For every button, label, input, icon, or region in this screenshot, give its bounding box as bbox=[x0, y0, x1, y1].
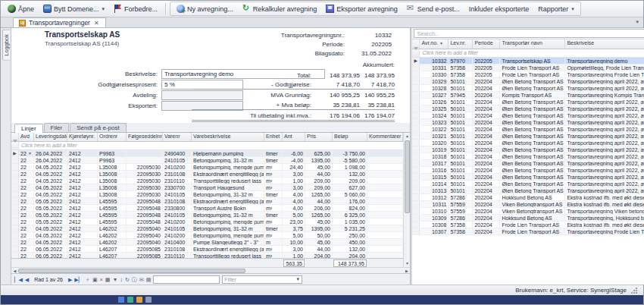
table-row[interactable]: 1032250101202204Øien Betong Transport AS… bbox=[412, 126, 644, 133]
toolbar-button-rapporter[interactable]: Rapporter▾ bbox=[534, 2, 578, 15]
tab-transportavregninger[interactable]: Transportavregninger ✕ bbox=[13, 17, 106, 27]
save-button[interactable]: ▣ bbox=[92, 275, 98, 285]
toolbar-button-inkluder-eksporterte[interactable]: Inkluder eksporterte bbox=[465, 2, 533, 15]
tab-linjer[interactable]: Linjer bbox=[14, 124, 43, 133]
column-header-lev-nr[interactable]: Lev.nr. bbox=[449, 39, 473, 49]
table-row[interactable]: 2204.05.20222412L46202220950402410400Pum… bbox=[11, 239, 403, 246]
table-row[interactable]: 2205.05.20222412L45595220950482410200Bet… bbox=[11, 219, 403, 225]
table-row[interactable]: 1031950101202204Øien Betong Transport AS… bbox=[412, 146, 644, 153]
table-row[interactable]: 1031157559202204Viken Betongtransport AS… bbox=[412, 201, 644, 208]
table-row[interactable]: 1032550101202204Øien Betong Transport AS… bbox=[412, 105, 644, 112]
table-row[interactable]: 2205.05.20222412L45595220950482310108Eks… bbox=[11, 198, 403, 205]
table-row[interactable]: ▶1033257970202205Transportselskap ASTran… bbox=[412, 58, 644, 64]
taskbar-app-icon[interactable] bbox=[118, 297, 124, 303]
column-header-enhet[interactable]: Enhet bbox=[264, 133, 283, 141]
table-row[interactable]: 1032757945202204Kompis Transport ASTrans… bbox=[412, 92, 644, 99]
table-row[interactable]: 1031450101202204Øien Betong Transport AS… bbox=[412, 181, 644, 187]
column-header-ordrenr[interactable]: Ordrenr bbox=[98, 133, 127, 141]
sort-icon[interactable]: ↕ bbox=[120, 275, 123, 285]
table-row[interactable]: 1032450101202204Øien Betong Transport AS… bbox=[412, 112, 644, 119]
taskbar-app-icon[interactable] bbox=[145, 297, 152, 303]
table-row[interactable]: 2204.05.20222412L46202220950402410200Bet… bbox=[11, 232, 403, 239]
close-tab-icon[interactable]: ✕ bbox=[93, 20, 100, 27]
table-row[interactable]: 2226.04.20222412P99632410105Betongpumpin… bbox=[11, 157, 403, 164]
taskbar-app-icon[interactable] bbox=[127, 297, 133, 303]
table-row[interactable]: 1033157358202205Frode Lien Transport ASO… bbox=[412, 64, 644, 71]
append-row-button[interactable]: ＋ bbox=[85, 275, 90, 285]
column-header-periode[interactable]: Periode bbox=[473, 39, 500, 49]
first-row-button[interactable]: ▏◀ bbox=[14, 275, 23, 285]
scrollbar-thumb[interactable] bbox=[405, 140, 410, 213]
column-header-avd[interactable]: Avd bbox=[19, 133, 34, 141]
toolbar-button-bytt-domene[interactable]: Bytt Domene...▾ bbox=[39, 2, 108, 15]
filter-hint-text[interactable]: Click here to add a filter bbox=[420, 49, 480, 57]
cell-dropdown-icon[interactable]: ▼ bbox=[28, 150, 32, 156]
column-header-ant[interactable]: Ant bbox=[283, 133, 305, 141]
table-row[interactable]: 2204.05.20222412L35008220950302310110Tra… bbox=[11, 178, 403, 184]
last-row-button[interactable]: ▶▏ bbox=[74, 275, 83, 285]
filter-combobox[interactable]: Filter ▼ bbox=[222, 275, 302, 284]
lines-vertical-scrollbar[interactable]: ▲ ▼ bbox=[403, 133, 410, 267]
scroll-left-icon[interactable]: ◀ bbox=[11, 269, 18, 273]
column-header-varebeskrivelse[interactable]: Varebeskrivelse bbox=[192, 133, 264, 141]
info-icon[interactable]: ⓘ bbox=[132, 275, 137, 285]
table-row[interactable]: 2206.05.20222412L46207220950852310110Tra… bbox=[11, 253, 403, 258]
scroll-down-icon[interactable]: ▼ bbox=[405, 260, 409, 267]
toolbar-button-eksporter-avregning[interactable]: Eksporter avregning bbox=[322, 2, 402, 15]
sidebar-tab-loggbok[interactable]: Loggbok bbox=[2, 30, 10, 61]
scroll-up-icon[interactable]: ▲ bbox=[405, 133, 409, 140]
scrollbar-thumb[interactable] bbox=[18, 269, 245, 273]
taskbar-app-icon[interactable] bbox=[136, 297, 142, 303]
export-grid-button[interactable]: ▦ bbox=[105, 275, 111, 285]
toolbar-button-rekalkuler-avregning[interactable]: Rekalkuler avregning bbox=[239, 2, 321, 15]
table-row[interactable]: 1031257286202204Hokksund Betong ASEkstra… bbox=[412, 194, 644, 201]
table-row[interactable]: 1032650101202204Øien Betong Transport AS… bbox=[412, 99, 644, 105]
table-row[interactable]: 2204.05.20222412L35008220950302330700Tra… bbox=[11, 184, 403, 191]
layout-icon[interactable]: ▤ bbox=[146, 275, 152, 285]
column-header-pris[interactable]: Pris bbox=[305, 133, 333, 141]
table-row[interactable]: 1031550101202204Øien Betong Transport AS… bbox=[412, 174, 644, 181]
mail-grid-icon[interactable]: ✉ bbox=[139, 275, 144, 285]
table-row[interactable]: 1030757358202204Frode Lien Transport AST… bbox=[412, 228, 644, 235]
table-row[interactable]: 1030957286202204Hokksund Betong ASTransp… bbox=[412, 215, 644, 222]
tab-sendt-p-e-post[interactable]: Sendt på e-post bbox=[70, 123, 126, 132]
toolbar-button-ny-avregning[interactable]: Ny avregning... bbox=[173, 2, 237, 15]
table-row[interactable]: 2204.05.20222412L35008220950302410105Bet… bbox=[11, 191, 403, 198]
table-row[interactable]: 1031350101202204Øien Betong Transport AS… bbox=[412, 187, 644, 194]
table-row[interactable]: 1030857358202204Frode Lien Transport ASE… bbox=[412, 222, 644, 228]
table-row[interactable]: 2206.05.20222412L46207220950852310108Eks… bbox=[11, 246, 403, 253]
next-row-button[interactable]: ▶ bbox=[68, 275, 72, 285]
resize-grip[interactable] bbox=[631, 288, 637, 294]
delete-row-button[interactable]: × bbox=[100, 275, 103, 285]
table-row[interactable]: 1033057358202205Frode Lien Transport AST… bbox=[412, 71, 644, 78]
previous-row-button[interactable]: ◀ bbox=[25, 275, 29, 285]
tab-filer[interactable]: Filer bbox=[44, 123, 70, 132]
table-row[interactable]: 2204.05.20222412L35008220950302310108Eks… bbox=[11, 171, 403, 178]
column-header-bel-p[interactable]: Beløp bbox=[333, 133, 367, 141]
table-row[interactable]: 2205.05.20222412L45595220950482330800Tra… bbox=[11, 205, 403, 212]
table-row[interactable]: 1031850101202204Øien Betong Transport AS… bbox=[412, 153, 644, 160]
column-header-kj-ret-ynr[interactable]: Kjøretøynr. bbox=[67, 133, 98, 141]
refresh-icon[interactable]: ↻ bbox=[125, 275, 130, 285]
column-header-transport-r-navn[interactable]: Transportør navn bbox=[500, 39, 565, 49]
quick-search-input[interactable] bbox=[153, 275, 220, 284]
table-row[interactable]: 2205.05.20222412L45595220950482410105Bet… bbox=[11, 212, 403, 219]
table-row[interactable]: 1031750101202204Øien Betong Transport AS… bbox=[412, 160, 644, 167]
lines-horizontal-scrollbar[interactable]: ◀ ▶ bbox=[11, 267, 410, 273]
column-header-varenr[interactable]: Varenr bbox=[163, 133, 192, 141]
toolbar-button-forbedre[interactable]: Forbedre... bbox=[110, 2, 161, 15]
table-row[interactable]: ▶22▼26.04.20222412P99632490400Hjelpemann… bbox=[11, 150, 403, 157]
column-header-leveringsdato[interactable]: Leveringsdato bbox=[34, 133, 67, 141]
table-row[interactable]: 1032350101202204Øien Betong Transport AS… bbox=[412, 119, 644, 126]
table-row[interactable]: 1031057559202204Viken Betongtransport AS… bbox=[412, 208, 644, 215]
column-header-avr-no[interactable]: Avr.no.▼ bbox=[420, 39, 449, 49]
toolbar-button-send-e-post[interactable]: Send e-post... bbox=[403, 2, 464, 15]
table-row[interactable]: 1031650101202204Øien Betong Transport AS… bbox=[412, 167, 644, 174]
column-header-beskrivelse[interactable]: Beskrivelse bbox=[565, 39, 644, 49]
list-grid-filter-row[interactable]: Click here to add a filter bbox=[412, 49, 644, 58]
lines-grid-filter-row[interactable]: Click here to add a filter bbox=[11, 142, 403, 150]
column-header-f-lgeseddelnr[interactable]: Følgeseddelnr. bbox=[127, 133, 163, 141]
chevron-down-icon[interactable]: ▾ bbox=[636, 19, 639, 25]
table-row[interactable]: 1032850101202204Øien Betong Transport AS… bbox=[412, 85, 644, 92]
table-row[interactable]: 1032050101202204Øien Betong Transport AS… bbox=[412, 140, 644, 146]
